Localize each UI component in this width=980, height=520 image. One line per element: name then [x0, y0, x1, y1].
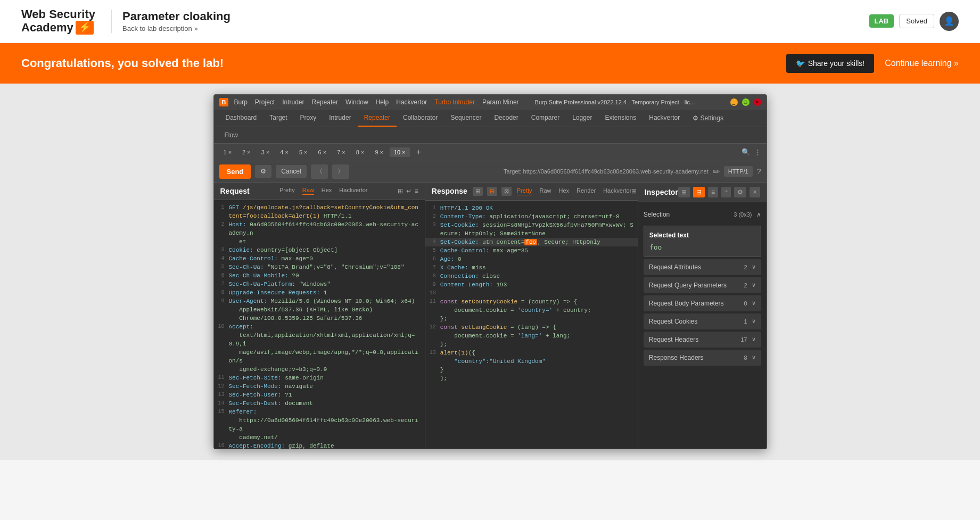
response-tab-raw[interactable]: Raw [540, 187, 551, 195]
request-panel-title: Request [220, 187, 250, 195]
cancel-button[interactable]: Cancel [276, 165, 306, 178]
num-tab-10[interactable]: 10 × [390, 147, 410, 157]
request-code-area[interactable]: 1 GET /js/geolocate.js?callback=setCount… [214, 200, 425, 449]
tab-extensions[interactable]: Extensions [599, 110, 643, 127]
selection-count-area: 3 (0x3) ∧ [734, 211, 761, 218]
menu-burp[interactable]: Burp [234, 98, 247, 106]
menu-repeater[interactable]: Repeater [312, 98, 338, 106]
tab-flow[interactable]: Flow [219, 129, 243, 141]
request-tab-raw[interactable]: Raw [302, 187, 314, 195]
maximize-button[interactable]: □ [742, 98, 750, 106]
menu-project[interactable]: Project [255, 98, 275, 106]
user-icon[interactable]: 👤 [940, 12, 959, 31]
inspector-close-icon[interactable]: × [750, 187, 760, 197]
tab-repeater[interactable]: Repeater [358, 110, 397, 127]
menu-hackvertor[interactable]: Hackvertor [396, 98, 427, 106]
send-button[interactable]: Send [219, 164, 251, 179]
request-line-12: 12 Sec-Fetch-Mode: navigate [214, 382, 425, 391]
query-params-count-area: 2 [744, 282, 755, 288]
banner: Congratulations, you solved the lab! Sha… [0, 43, 980, 84]
inspector-view1-icon[interactable]: ⊞ [678, 187, 690, 197]
num-tab-9[interactable]: 9 × [370, 147, 388, 157]
inspector-align-icon[interactable]: ≡ [708, 187, 718, 197]
tab-intruder[interactable]: Intruder [323, 110, 357, 127]
logo: Web Security Academy ⚡ [21, 8, 95, 35]
main-tab-bar: Dashboard Target Proxy Intruder Repeater… [214, 110, 767, 127]
num-tab-1[interactable]: 1 × [219, 147, 236, 157]
request-tab-hex[interactable]: Hex [322, 187, 332, 195]
tab-settings[interactable]: ⚙ Settings [686, 110, 730, 127]
num-tab-8[interactable]: 8 × [352, 147, 369, 157]
response-headers-chevron [752, 354, 756, 361]
selection-count: 3 (0x3) [734, 211, 752, 218]
add-tab-button[interactable]: + [412, 146, 425, 159]
tab-collaborator[interactable]: Collaborator [397, 110, 444, 127]
share-button[interactable]: Share your skills! [786, 54, 875, 73]
response-view-full[interactable]: ⊠ [501, 187, 512, 196]
more-icon[interactable]: ≡ [415, 187, 418, 195]
inspector-view2-icon[interactable]: ⊟ [693, 187, 705, 197]
help-icon[interactable]: ? [757, 167, 761, 176]
menu-param-miner[interactable]: Param Miner [482, 98, 519, 106]
inspector-gear-icon[interactable]: ⚙ [734, 187, 746, 197]
request-headers-count: 17 [740, 336, 747, 343]
tab-logger[interactable]: Logger [566, 110, 598, 127]
tab-target[interactable]: Target [263, 110, 293, 127]
request-tab-pretty[interactable]: Pretty [279, 187, 295, 195]
menu-turbo-intruder[interactable]: Turbo Intruder [434, 98, 475, 106]
inspector-header-icons: ⊞ ⊟ ≡ ÷ ⚙ × [678, 187, 760, 197]
num-tab-2[interactable]: 2 × [238, 147, 255, 157]
tab-dashboard[interactable]: Dashboard [219, 110, 263, 127]
more-tabs-icon[interactable]: ⋮ [754, 148, 761, 156]
continue-learning-button[interactable]: Continue learning [885, 59, 959, 68]
burp-titlebar-left: B Burp Project Intruder Repeater Window … [219, 98, 695, 106]
selection-chevron-up[interactable]: ∧ [756, 211, 761, 218]
response-line-12c: }; [425, 340, 638, 349]
gear-settings-button[interactable]: ⚙ [255, 165, 271, 178]
menu-window[interactable]: Window [345, 98, 368, 106]
query-params-header[interactable]: Request Query Parameters 2 [644, 277, 761, 293]
copy-icon[interactable]: ⊞ [398, 187, 403, 195]
num-tab-4[interactable]: 4 × [276, 147, 293, 157]
response-headers-header[interactable]: Response Headers 8 [644, 350, 761, 366]
num-tab-5[interactable]: 5 × [295, 147, 312, 157]
menu-help[interactable]: Help [376, 98, 389, 106]
minimize-button[interactable]: _ [730, 98, 738, 106]
response-copy-icon[interactable]: ⊞ [631, 187, 637, 195]
response-tab-hex[interactable]: Hex [559, 187, 570, 195]
tab-sequencer[interactable]: Sequencer [444, 110, 488, 127]
request-line-1: 1 GET /js/geolocate.js?callback=setCount… [214, 203, 425, 220]
request-headers-header[interactable]: Request Headers 17 [644, 332, 761, 348]
back-link[interactable]: Back to lab description [122, 24, 198, 32]
request-line-4: 4 Cache-Control: max-age=0 [214, 254, 425, 263]
response-code-area[interactable]: 1 HTTP/1.1 200 OK 2 Content-Type: applic… [425, 201, 638, 449]
body-params-header[interactable]: Request Body Parameters 0 [644, 295, 761, 311]
nav-next-button[interactable]: 〉 [332, 164, 349, 179]
logo-text-line1: Web Security [21, 8, 95, 21]
tab-hackvertor[interactable]: Hackvertor [643, 110, 686, 127]
tab-proxy[interactable]: Proxy [294, 110, 323, 127]
num-tab-7[interactable]: 7 × [333, 147, 350, 157]
cookies-header[interactable]: Request Cookies 1 [644, 313, 761, 329]
edit-target-icon[interactable]: ✏ [713, 167, 720, 177]
inspector-split-icon[interactable]: ÷ [721, 187, 731, 197]
tab-decoder[interactable]: Decoder [488, 110, 524, 127]
num-tab-6[interactable]: 6 × [314, 147, 331, 157]
response-view-split1[interactable]: ⊞ [473, 187, 483, 196]
http-version-badge[interactable]: HTTP/1 [724, 166, 753, 177]
response-tab-pretty[interactable]: Pretty [517, 187, 532, 195]
response-view-split2[interactable]: ⊟ [487, 187, 497, 196]
query-params-chevron [752, 282, 756, 288]
tab-comparer[interactable]: Comparer [525, 110, 566, 127]
request-tab-hackvertor[interactable]: Hackvertor [339, 187, 367, 195]
num-tab-3[interactable]: 3 × [257, 147, 274, 157]
wrap-icon[interactable]: ↵ [406, 187, 411, 195]
close-button[interactable]: × [754, 98, 761, 106]
search-tabs-icon[interactable]: 🔍 [742, 148, 750, 156]
menu-intruder[interactable]: Intruder [282, 98, 304, 106]
request-attributes-header[interactable]: Request Attributes 2 [644, 259, 761, 275]
response-line-5: 5 Cache-Control: max-age=35 [425, 246, 638, 255]
nav-prev-button[interactable]: 〈 [311, 164, 328, 179]
response-tab-render[interactable]: Render [577, 187, 596, 195]
response-tab-hackvertor[interactable]: Hackvertor [603, 187, 631, 195]
